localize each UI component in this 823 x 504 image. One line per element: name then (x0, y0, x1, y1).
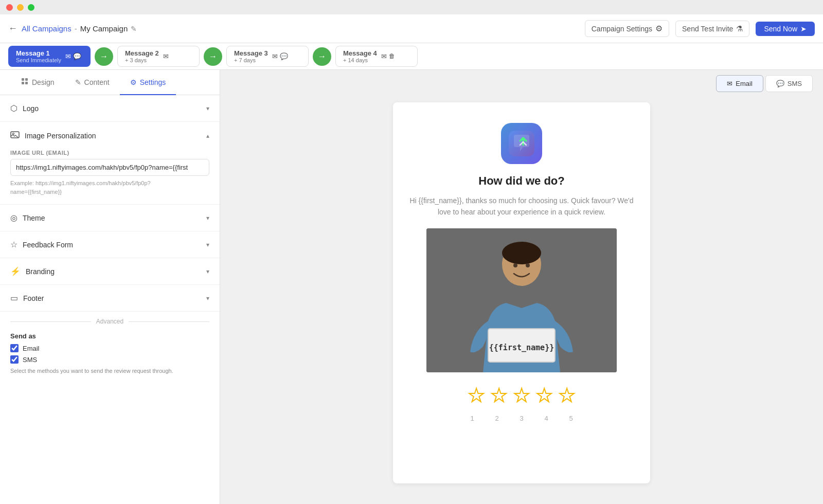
content-icon: ✎ (75, 78, 81, 86)
star-4[interactable]: ★ (536, 385, 552, 406)
logo-chevron-down-icon: ▾ (206, 105, 209, 112)
campaign-name: My Campaign (80, 24, 128, 33)
accordion-logo-header[interactable]: ⬡ Logo ▾ (0, 95, 220, 121)
step-message-4[interactable]: Message 4 + 14 days ✉ 🗑 (335, 46, 418, 67)
step-4-sub: + 14 days (343, 57, 377, 63)
email-headline: How did we do? (408, 174, 635, 188)
star-numbers-row: 1 2 3 4 5 (408, 415, 635, 422)
branding-icon: ⚡ (10, 266, 21, 276)
accordion-footer-header[interactable]: ▭ Footer ▾ (0, 285, 220, 311)
step-2-label: Message 2 (125, 49, 159, 57)
send-as-help-text: Select the methods you want to send the … (10, 367, 209, 375)
tab-settings[interactable]: ⚙ Settings (120, 70, 176, 95)
send-test-label: Send Test Invite (682, 25, 733, 33)
campaign-settings-button[interactable]: Campaign Settings ⚙ (585, 20, 669, 37)
accordion-feedback-left: ☆ Feedback Form (10, 240, 73, 249)
sms-checkbox-row: SMS (10, 355, 209, 364)
steps-bar: Message 1 Send Immediately ✉ 💬 → Message… (0, 43, 823, 70)
trash-icon-4: 🗑 (389, 52, 395, 60)
step-arrow-2: → (204, 47, 222, 66)
breadcrumb-separator: - (75, 24, 77, 33)
feedback-form-chevron-down-icon: ▾ (206, 241, 209, 248)
logo-label: Logo (23, 104, 39, 113)
star-num-4: 4 (537, 415, 556, 422)
email-channel-icon: ✉ (727, 80, 732, 87)
svg-point-9 (502, 242, 541, 264)
accordion-theme-header[interactable]: ◎ Theme ▾ (0, 205, 220, 231)
step-message-2[interactable]: Message 2 + 3 days ✉ (117, 46, 200, 67)
envelope-icon-4: ✉ (381, 52, 387, 60)
traffic-light-red[interactable] (6, 4, 13, 11)
svg-point-12 (513, 263, 517, 267)
email-checkbox[interactable] (10, 344, 19, 352)
step-1-icons: ✉ 💬 (65, 52, 81, 60)
sms-channel-label: SMS (788, 80, 802, 87)
email-channel-button[interactable]: ✉ Email (716, 75, 763, 92)
preview-area: How did we do? Hi {{first_name}}, thanks… (220, 97, 823, 504)
left-panel: Design ✎ Content ⚙ Settings ⬡ Logo ▾ (0, 70, 220, 504)
step-item-1: Message 1 Send Immediately ✉ 💬 (8, 46, 91, 67)
accordion-branding-left: ⚡ Branding (10, 266, 55, 276)
tab-design[interactable]: Design (10, 70, 65, 95)
accordion-image-personalization: Image Personalization ▴ IMAGE URL (EMAIL… (0, 122, 220, 205)
settings-icon: ⚙ (130, 78, 137, 86)
tab-content[interactable]: ✎ Content (65, 70, 120, 95)
step-1-sub: Send Immediately (16, 57, 61, 63)
image-personalization-label: Image Personalization (25, 132, 96, 140)
traffic-light-yellow[interactable] (17, 4, 24, 11)
main-area: Design ✎ Content ⚙ Settings ⬡ Logo ▾ (0, 70, 823, 504)
step-2-icons: ✉ (163, 52, 169, 60)
star-1[interactable]: ★ (468, 385, 485, 406)
accordion-img-left: Image Personalization (10, 130, 96, 141)
send-now-label: Send Now (764, 25, 797, 33)
flask-icon: ⚗ (736, 24, 743, 33)
advanced-section: Advanced Send as Email SMS Select the me… (0, 312, 220, 382)
branding-chevron-down-icon: ▾ (206, 268, 209, 275)
star-3[interactable]: ★ (513, 385, 530, 406)
star-num-2: 2 (488, 415, 506, 422)
send-now-button[interactable]: Send Now ➤ (756, 22, 815, 36)
accordion-image-personalization-header[interactable]: Image Personalization ▴ (0, 122, 220, 150)
person-silhouette: {{first_name}} (426, 228, 617, 372)
accordion-theme: ◎ Theme ▾ (0, 205, 220, 231)
star-5[interactable]: ★ (559, 385, 575, 406)
traffic-light-green[interactable] (28, 4, 34, 11)
image-url-input[interactable] (10, 159, 209, 176)
edit-campaign-icon[interactable]: ✎ (131, 25, 137, 33)
envelope-icon: ✉ (65, 52, 71, 60)
svg-point-5 (13, 133, 14, 135)
accordion-branding-header[interactable]: ⚡ Branding ▾ (0, 258, 220, 284)
accordion-logo: ⬡ Logo ▾ (0, 95, 220, 122)
star-2[interactable]: ★ (491, 385, 507, 406)
step-arrow-3: → (313, 47, 331, 66)
branding-label: Branding (26, 267, 55, 276)
step-message-3[interactable]: Message 3 + 7 days ✉ 💬 (226, 46, 309, 67)
chat-icon-3: 💬 (280, 52, 288, 60)
stars-row: ★ ★ ★ ★ ★ (408, 385, 635, 406)
image-personalization-icon (10, 130, 20, 141)
step-message-1[interactable]: Message 1 Send Immediately ✉ 💬 (8, 46, 91, 67)
top-nav-right: Campaign Settings ⚙ Send Test Invite ⚗ S… (585, 20, 815, 37)
advanced-label: Advanced (96, 318, 123, 325)
all-campaigns-link[interactable]: All Campaigns (22, 24, 71, 33)
accordion-footer-left: ▭ Footer (10, 293, 44, 303)
sms-channel-button[interactable]: 💬 SMS (765, 75, 813, 92)
back-button[interactable]: ← (8, 23, 17, 34)
send-test-invite-button[interactable]: Send Test Invite ⚗ (675, 21, 749, 37)
accordion-feedback-form-header[interactable]: ☆ Feedback Form ▾ (0, 231, 220, 258)
theme-chevron-down-icon: ▾ (206, 214, 209, 222)
accordion-footer: ▭ Footer ▾ (0, 285, 220, 312)
email-body-text: Hi {{first_name}}, thanks so much for ch… (408, 195, 635, 218)
feedback-form-label: Feedback Form (23, 241, 73, 249)
footer-icon: ▭ (10, 293, 18, 303)
email-checkbox-row: Email (10, 344, 209, 352)
design-icon (21, 77, 29, 87)
send-icon: ➤ (800, 25, 807, 33)
accordion-feedback-form: ☆ Feedback Form ▾ (0, 231, 220, 258)
theme-icon: ◎ (10, 213, 17, 223)
svg-rect-2 (22, 82, 24, 84)
star-num-1: 1 (463, 415, 481, 422)
top-nav-left: ← All Campaigns - My Campaign ✎ (8, 23, 137, 34)
sms-checkbox[interactable] (10, 355, 19, 364)
svg-point-13 (526, 263, 530, 267)
